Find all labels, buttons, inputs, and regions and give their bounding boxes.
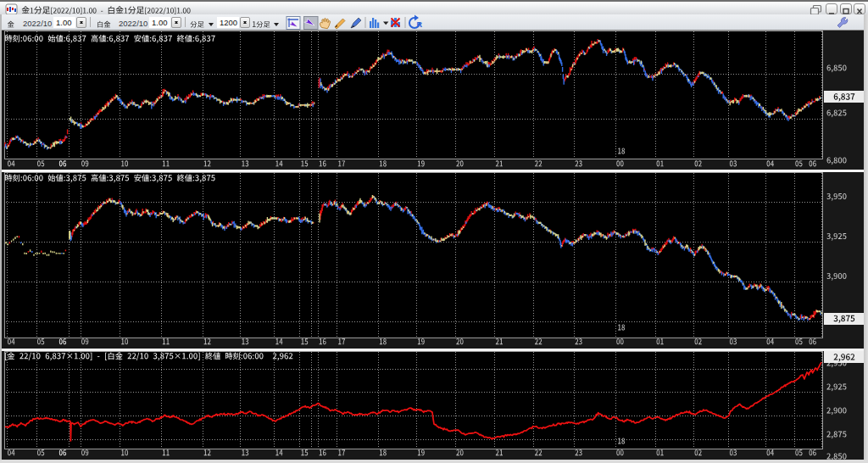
svg-text:R: R — [417, 20, 423, 29]
